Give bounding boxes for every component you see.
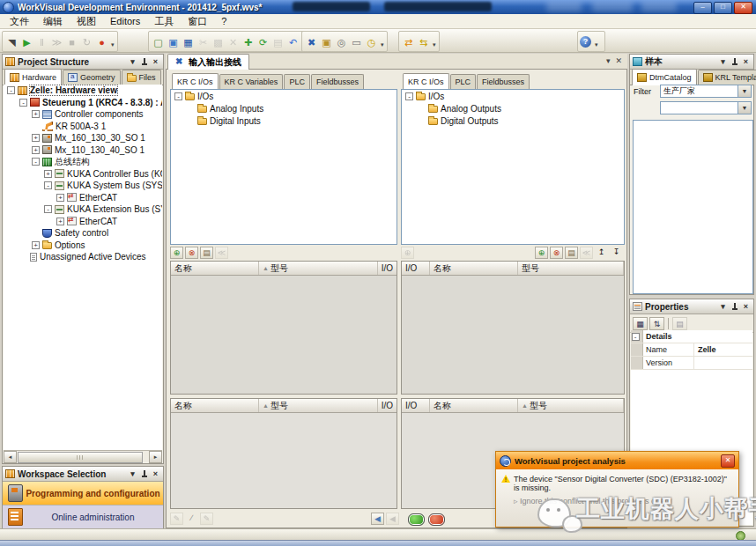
tree-item[interactable]: -Steuerung 1 (KRC4 - 8.3.8) : Acti [4,97,162,109]
property-row[interactable]: Version [631,357,752,370]
column-header[interactable]: 型号 [518,262,624,275]
scrollbar-track[interactable] [17,452,149,462]
run-icon[interactable]: ▶ [20,33,33,50]
target-tab-0[interactable]: KR C I/Os [403,73,449,90]
popup-title-bar[interactable]: WorkVisual project analysis ✕ [496,452,738,470]
menu-item-0[interactable]: 文件 [4,15,35,28]
popup-option[interactable]: Ignore this conflict until this project … [514,497,733,505]
tree-item[interactable]: +Options [4,240,162,252]
catalog-tab-0[interactable]: DtmCatalog [632,69,697,85]
show-signal-button[interactable]: ≪ [580,247,593,259]
filter-combo-secondary[interactable]: ▼ [660,101,752,114]
tree-item[interactable]: +Unassigned Active Devices [4,251,162,263]
chevron-down-icon[interactable]: ▾ [718,302,728,312]
workspace-item-0[interactable]: Programming and configuration [3,482,163,505]
chevron-down-icon[interactable]: ▾ [128,469,137,479]
chevron-down-icon[interactable]: ▼ [737,102,751,114]
pointer-icon[interactable]: ◥ [5,33,19,50]
categorized-button[interactable]: ▦ [633,317,648,330]
tree-item[interactable]: +Mx_110_130_40_SO 1 [4,144,162,157]
disconnect-io-button[interactable]: ⊗ [550,247,563,259]
project-tab-0[interactable]: Hardware [4,69,62,85]
close-icon[interactable]: × [151,469,160,479]
monitor-icon[interactable]: ▭ [350,33,363,50]
column-header[interactable]: I/O [378,262,397,275]
toolbar-overflow-icon[interactable]: ▾ [433,41,436,48]
workspace-item-1[interactable]: Online administration [3,505,163,529]
popup-close-button[interactable]: ✕ [721,454,735,468]
help-button[interactable]: ? ▾ [577,31,605,52]
pin-icon[interactable] [140,57,148,67]
scrollbar-thumb[interactable] [18,452,143,463]
tree-item[interactable]: -KUKA Extension Bus (SYS-X44) [4,203,162,216]
reset-icon[interactable]: ↻ [80,33,93,50]
green-filter-button[interactable] [408,513,425,526]
add-icon[interactable]: ✚ [241,33,255,50]
column-header[interactable]: I/O [402,262,430,275]
edit-connection-button[interactable]: ▤ [565,247,578,259]
minimize-button[interactable]: – [693,2,712,14]
lock-icon[interactable]: ▣ [320,33,333,50]
column-header[interactable]: ▲型号 [259,262,378,275]
close-icon[interactable]: × [741,57,751,67]
scroll-right-icon[interactable]: ▸ [149,451,162,463]
tree-item[interactable]: +Mx_160_130_30_SO 1 [4,132,162,144]
column-header[interactable]: I/O [378,399,397,412]
new-project-icon[interactable]: ▢ [152,33,165,50]
step-icon[interactable]: ≫ [50,33,63,50]
menu-item-1[interactable]: 编辑 [37,15,69,28]
pause-icon[interactable]: ‖ [35,33,48,50]
expand-all-button[interactable]: ↧ [610,247,623,259]
close-button[interactable]: ✕ [734,2,752,14]
tree-item[interactable]: -I/Os [402,90,624,102]
cut-icon[interactable]: ✂ [196,33,210,50]
menu-item-4[interactable]: 工具 [148,15,180,28]
column-header[interactable]: 名称 [171,262,259,275]
open-project-icon[interactable]: ▣ [167,33,180,50]
property-value[interactable]: Zelle [694,345,752,354]
search-icon[interactable]: ◎ [335,33,348,50]
column-header[interactable]: 名称 [430,399,518,412]
tree-item[interactable]: +Safety control [4,227,162,240]
source-tab-2[interactable]: PLC [284,74,310,89]
tree-item[interactable]: +EtherCAT [4,192,162,204]
show-signal-button[interactable]: ≪ [215,247,228,259]
remove-signal-button[interactable]: ✎ [200,513,213,525]
tree-item[interactable]: +EtherCAT [4,216,162,228]
column-header[interactable]: 名称 [171,399,259,412]
tab-io-wiring[interactable]: 输入输出接线 [167,54,249,70]
chevron-down-icon[interactable]: ▾ [606,56,611,65]
sound-button[interactable]: ◀ [386,513,399,525]
close-icon[interactable]: × [741,302,751,312]
target-tab-2[interactable]: Fieldbusses [477,74,530,89]
disconnect-io-button[interactable]: ⊗ [185,247,198,259]
source-tab-1[interactable]: KR C Variables [219,74,284,89]
source-tab-3[interactable]: Fieldbusses [311,74,364,89]
menu-item-5[interactable]: 窗口 [182,15,213,28]
close-icon[interactable]: ✕ [615,56,622,65]
slash-icon[interactable]: ∕ [185,513,198,525]
project-tab-1[interactable]: Geometry [63,70,121,85]
collapse-all-button[interactable]: ↥ [595,247,608,259]
pin-icon[interactable] [730,57,738,67]
horizontal-scrollbar[interactable]: ◂ ▸ [4,450,162,462]
tree-item[interactable]: -Zelle: Hardware view [4,85,162,97]
copy-icon[interactable]: ▩ [211,33,225,50]
chevron-down-icon[interactable]: ▾ [128,57,137,67]
toolbar-overflow-icon[interactable]: ▾ [381,41,384,48]
maximize-button[interactable]: □ [714,2,732,14]
close-icon[interactable]: × [151,57,160,67]
column-header[interactable]: ▲型号 [518,399,624,412]
tree-item[interactable]: +Analog Outputs [402,102,624,114]
tree-item[interactable]: -I/Os [171,90,397,102]
property-row[interactable]: NameZelle [631,343,752,357]
add-signal-button[interactable]: ✎ [170,513,183,525]
time-icon[interactable]: ◷ [365,33,378,50]
save-project-icon[interactable]: ▦ [182,33,195,50]
catalog-list[interactable] [633,120,753,294]
chevron-down-icon[interactable]: ▼ [737,85,751,97]
tree-item[interactable]: -总线结构 [4,156,162,168]
property-section[interactable]: - Details [631,330,752,343]
tree-item[interactable]: +Digital Inputs [171,114,397,127]
refresh-icon[interactable]: ⟳ [256,33,270,50]
